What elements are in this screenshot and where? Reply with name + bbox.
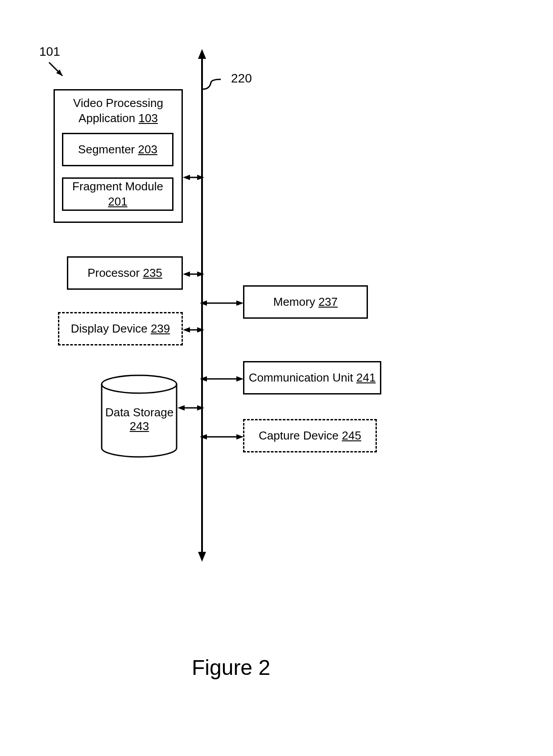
video-processing-app-label-text: Application xyxy=(78,111,138,125)
svg-marker-6 xyxy=(183,175,190,180)
fragment-module-box: Fragment Module 201 xyxy=(62,177,173,211)
communication-unit-title: Communication Unit xyxy=(249,371,353,384)
arrow-capture-bus xyxy=(200,432,244,441)
video-processing-app-box: Video Processing Application 103 Segment… xyxy=(54,89,183,223)
communication-unit-box: Communication Unit 241 xyxy=(243,361,381,394)
display-device-title: Display Device xyxy=(71,322,148,335)
processor-title: Processor xyxy=(87,266,140,279)
arrow-101 xyxy=(45,58,71,85)
memory-ref: 237 xyxy=(318,295,338,308)
reference-220: 220 xyxy=(231,71,252,86)
arrow-display-bus xyxy=(183,325,205,334)
data-storage-ref: 243 xyxy=(130,419,149,433)
arrow-comm-bus xyxy=(200,374,244,383)
arrow-memory-bus xyxy=(200,299,244,308)
segmenter-title: Segmenter xyxy=(78,143,135,156)
svg-marker-10 xyxy=(197,271,204,277)
memory-box: Memory 237 xyxy=(243,285,368,319)
svg-marker-15 xyxy=(183,327,190,333)
svg-marker-27 xyxy=(200,434,207,440)
memory-title: Memory xyxy=(273,295,315,308)
svg-marker-3 xyxy=(198,49,206,59)
svg-point-20 xyxy=(102,375,177,393)
arrow-storage-bus xyxy=(177,403,205,412)
svg-marker-16 xyxy=(197,327,204,333)
svg-marker-4 xyxy=(198,552,206,562)
processor-box: Processor 235 xyxy=(67,256,183,290)
svg-marker-24 xyxy=(177,405,185,411)
video-processing-app-title: Video Processing xyxy=(73,96,163,110)
arrow-vpa-bus xyxy=(183,173,205,182)
svg-marker-28 xyxy=(236,434,243,440)
segmenter-box: Segmenter 203 xyxy=(62,133,173,166)
hook-220 xyxy=(203,76,230,98)
svg-marker-12 xyxy=(200,300,207,306)
segmenter-ref: 203 xyxy=(138,143,157,156)
reference-101: 101 xyxy=(39,45,60,59)
figure-title: Figure 2 xyxy=(192,655,270,680)
svg-marker-25 xyxy=(197,405,204,411)
data-storage-label: Data Storage 243 xyxy=(105,406,174,433)
svg-marker-13 xyxy=(236,300,243,306)
svg-marker-9 xyxy=(183,271,190,277)
capture-device-title: Capture Device xyxy=(259,429,338,442)
svg-marker-18 xyxy=(200,376,207,382)
display-device-box: Display Device 239 xyxy=(58,312,183,345)
fragment-module-title: Fragment Module xyxy=(72,180,163,193)
capture-device-box: Capture Device 245 xyxy=(243,419,377,452)
display-device-ref: 239 xyxy=(151,322,170,335)
svg-marker-19 xyxy=(236,376,243,382)
capture-device-ref: 245 xyxy=(342,429,361,442)
communication-unit-ref: 241 xyxy=(356,371,376,384)
arrow-processor-bus xyxy=(183,270,205,279)
video-processing-app-ref: 103 xyxy=(139,111,158,125)
processor-ref: 235 xyxy=(143,266,162,279)
fragment-module-ref: 201 xyxy=(108,195,127,208)
svg-marker-7 xyxy=(197,175,204,180)
